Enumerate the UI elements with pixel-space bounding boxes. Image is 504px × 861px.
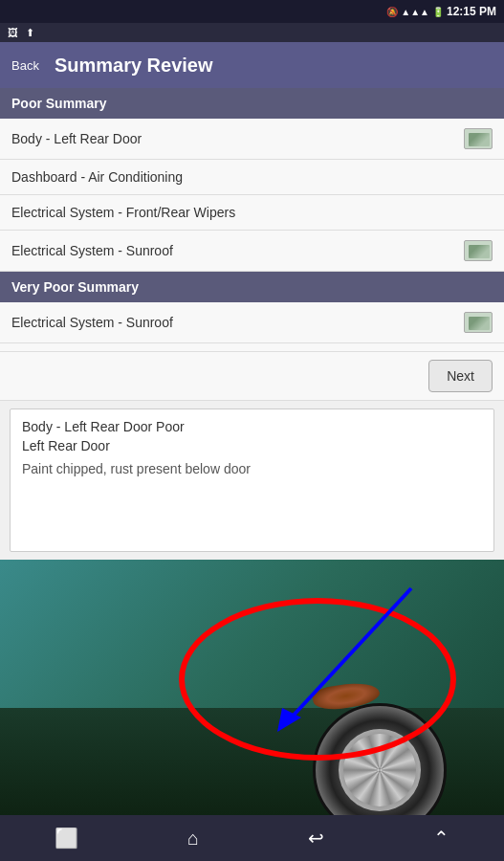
poor-summary-item-1[interactable]: Body - Left Rear Door <box>0 119 504 160</box>
poor-item-1-thumb <box>464 128 493 149</box>
poor-summary-item-2[interactable]: Dashboard - Air Conditioning <box>0 160 504 195</box>
back-button[interactable]: Back <box>11 58 39 73</box>
very-poor-summary-label: Very Poor Summary <box>11 279 139 295</box>
detail-title: Body - Left Rear Door Poor <box>22 419 482 434</box>
very-poor-summary-item-1[interactable]: Electrical System - Sunroof <box>0 302 504 343</box>
battery-icon: 🔋 <box>432 7 444 17</box>
poor-item-3-text: Electrical System - Front/Rear Wipers <box>11 205 235 220</box>
detail-box: Body - Left Rear Door Poor Left Rear Doo… <box>10 408 494 552</box>
poor-item-4-text: Electrical System - Sunroof <box>11 243 173 258</box>
very-poor-item-1-text: Electrical System - Sunroof <box>11 315 173 330</box>
poor-item-2-text: Dashboard - Air Conditioning <box>11 169 183 185</box>
bottom-nav-menu[interactable]: ⌃ <box>426 819 457 857</box>
screenshot-icon: 🖼 <box>8 27 18 38</box>
bottom-nav-recent-apps[interactable]: ⬜ <box>47 819 86 857</box>
poor-item-4-thumb <box>464 240 493 261</box>
poor-summary-item-4[interactable]: Electrical System - Sunroof <box>0 231 504 272</box>
app-header: Back Summary Review <box>0 42 504 88</box>
status-time: 12:15 PM <box>447 5 496 18</box>
bottom-nav: ⬜ ⌂ ↩ ⌃ <box>0 815 504 861</box>
top-icons-bar: 🖼 ⬆ <box>0 23 504 42</box>
detail-subtitle: Left Rear Door <box>22 438 482 453</box>
red-oval-annotation <box>179 598 456 761</box>
home-icon: ⌂ <box>187 828 199 850</box>
car-photo: Rust Present <box>0 560 504 856</box>
very-poor-item-1-thumb <box>464 312 493 333</box>
poor-summary-header: Poor Summary <box>0 88 504 119</box>
bottom-nav-back[interactable]: ↩ <box>300 819 332 857</box>
poor-item-1-text: Body - Left Rear Door <box>11 131 142 146</box>
detail-body: Paint chipped, rust present below door <box>22 461 482 476</box>
recent-apps-icon: ⬜ <box>55 827 78 850</box>
bottom-nav-home[interactable]: ⌂ <box>180 820 207 857</box>
page-title: Summary Review <box>55 55 213 77</box>
poor-summary-label: Poor Summary <box>11 96 107 111</box>
status-icons: 🔕 ▲▲▲ 🔋 12:15 PM <box>386 5 496 18</box>
status-bar: 🔕 ▲▲▲ 🔋 12:15 PM <box>0 0 504 23</box>
signal-icon: ▲▲▲ <box>401 7 429 17</box>
very-poor-summary-header: Very Poor Summary <box>0 272 504 302</box>
upload-icon: ⬆ <box>26 27 34 39</box>
next-button[interactable]: Next <box>428 360 493 392</box>
next-button-row: Next <box>0 352 504 401</box>
menu-icon: ⌃ <box>433 827 449 850</box>
notification-icon: 🔕 <box>386 7 398 17</box>
back-nav-icon: ↩ <box>308 827 324 850</box>
prev-button-row <box>0 343 504 352</box>
poor-summary-item-3[interactable]: Electrical System - Front/Rear Wipers <box>0 195 504 231</box>
car-photo-container: Rust Present <box>0 560 504 856</box>
